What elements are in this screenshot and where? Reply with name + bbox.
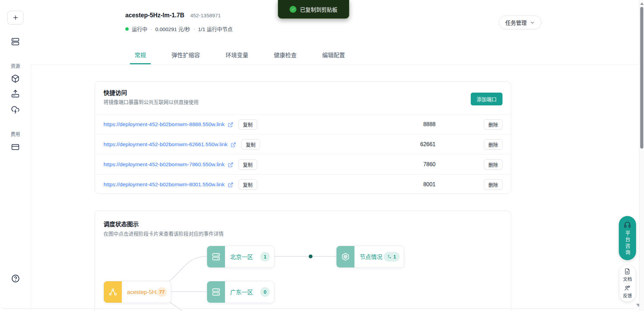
quick-access-card: 快捷访问 将镜像端口暴露到公共互联网以供直接使用 添加端口 https://de… bbox=[95, 81, 511, 194]
running-nodes: 1/1 运行中节点 bbox=[198, 25, 233, 32]
copy-button[interactable]: 复制 bbox=[238, 179, 257, 190]
scrollbar[interactable] bbox=[639, 0, 644, 311]
port-row: https://deployment-452-b02bomwm-8888.550… bbox=[95, 114, 511, 134]
flow-node-badge: 1 bbox=[384, 252, 400, 262]
document-icon bbox=[624, 268, 631, 275]
flow-node-guangdong[interactable]: 广东一区 0 bbox=[207, 281, 274, 303]
status-label: 运行中 bbox=[132, 25, 147, 32]
help-button[interactable] bbox=[11, 274, 20, 283]
new-deployment-button[interactable] bbox=[7, 11, 23, 25]
tab-bar: 常规 弹性扩缩容 环境变量 健康检查 编辑配置 bbox=[31, 45, 639, 65]
port-list: https://deployment-452-b02bomwm-8888.550… bbox=[95, 114, 511, 194]
chevron-down-icon bbox=[530, 20, 535, 25]
tab-autoscaling[interactable]: 弹性扩缩容 bbox=[167, 45, 205, 64]
flow-node-label: acestep-5Hz... bbox=[127, 289, 157, 295]
deployment-link[interactable]: https://deployment-452-b02bomwm-7860.550… bbox=[104, 161, 225, 168]
page-title: acestep-5Hz-lm-1.7B bbox=[125, 12, 184, 19]
schedule-graph-card: 调度状态图示 在图中点击进程阶段卡片来查看该阶段对应的事件详情 acestep-… bbox=[95, 210, 511, 311]
deployment-link[interactable]: https://deployment-452-b02bomwm-62661.55… bbox=[104, 141, 227, 148]
tab-edit-config[interactable]: 编辑配置 bbox=[318, 45, 350, 64]
consult-label: 平台咨询 bbox=[624, 230, 631, 256]
sidebar-item-images[interactable] bbox=[11, 74, 20, 83]
card-title: 调度状态图示 bbox=[104, 219, 139, 228]
tab-env-vars[interactable]: 环境变量 bbox=[221, 45, 253, 64]
flow-node-status[interactable]: 节点情况 1 bbox=[336, 246, 404, 268]
add-port-button[interactable]: 添加端口 bbox=[471, 93, 502, 105]
card-subtitle: 将镜像端口暴露到公共互联网以供直接使用 bbox=[104, 98, 199, 105]
sidebar-item-deployments[interactable] bbox=[11, 37, 20, 46]
port-number: 7860 bbox=[411, 161, 436, 168]
check-circle-icon bbox=[290, 6, 296, 13]
price-per-second: 0.000291 元/秒 bbox=[155, 25, 190, 32]
task-manage-button[interactable]: 任务管理 bbox=[499, 16, 541, 29]
status-line: 运行中 · 0.000291 元/秒 · 1/1 运行中节点 bbox=[125, 25, 233, 32]
platform-consult-button[interactable]: 平台咨询 bbox=[619, 216, 636, 260]
app-window: 资源 费用 bbox=[0, 0, 644, 311]
sidebar-item-billing[interactable] bbox=[11, 142, 20, 151]
network-icon bbox=[104, 281, 122, 303]
port-number: 62661 bbox=[411, 141, 436, 148]
divider bbox=[624, 283, 631, 284]
delete-button[interactable]: 删除 bbox=[484, 139, 502, 150]
help-circle-icon bbox=[11, 274, 20, 283]
upload-icon bbox=[11, 89, 20, 98]
scrollbar-thumb[interactable] bbox=[640, 7, 643, 149]
tab-general[interactable]: 常规 bbox=[130, 45, 151, 64]
flow-node-badge: 1 bbox=[260, 252, 270, 262]
copy-button[interactable]: 复制 bbox=[238, 119, 257, 130]
docs-button[interactable]: 文档 bbox=[623, 268, 632, 282]
headphones-icon bbox=[624, 221, 631, 228]
flow-node-label: 广东一区 bbox=[230, 288, 260, 296]
hexagon-package-icon bbox=[336, 246, 354, 267]
card-title: 快捷访问 bbox=[104, 88, 127, 97]
card-subtitle: 在图中点击进程阶段卡片来查看该阶段对应的事件详情 bbox=[104, 230, 224, 237]
flow-node-badge: 77 bbox=[157, 287, 167, 297]
sidebar-item-upload[interactable] bbox=[11, 89, 20, 98]
toast-copied: 已复制到剪贴板 bbox=[278, 0, 349, 19]
server-stack-icon bbox=[207, 246, 225, 267]
plus-icon bbox=[12, 14, 19, 21]
port-number: 8888 bbox=[411, 121, 436, 128]
server-stack-icon bbox=[11, 37, 20, 46]
scrollbar-up-arrow[interactable] bbox=[640, 2, 644, 5]
sidebar-section-resources: 资源 bbox=[0, 62, 31, 69]
toast-message: 已复制到剪贴板 bbox=[300, 6, 338, 13]
deployment-link[interactable]: https://deployment-452-b02bomwm-8001.550… bbox=[104, 181, 225, 188]
external-link-icon[interactable] bbox=[228, 122, 233, 128]
flow-node-beijing[interactable]: 北京一区 1 bbox=[207, 246, 274, 268]
delete-button[interactable]: 删除 bbox=[484, 119, 502, 130]
package-icon bbox=[11, 74, 20, 83]
helper-widget: 文档 反馈 bbox=[619, 265, 635, 302]
status-dot bbox=[125, 27, 129, 31]
port-row: https://deployment-452-b02bomwm-8001.550… bbox=[95, 174, 511, 194]
port-row: https://deployment-452-b02bomwm-62661.55… bbox=[95, 134, 511, 154]
port-number: 8001 bbox=[411, 181, 436, 188]
external-link-icon[interactable] bbox=[228, 182, 233, 188]
copy-button[interactable]: 复制 bbox=[241, 139, 260, 150]
external-link-icon[interactable] bbox=[228, 162, 233, 168]
sidebar-item-serverless[interactable] bbox=[11, 105, 20, 114]
flow-node-deployment[interactable]: acestep-5Hz... 77 bbox=[104, 281, 171, 303]
flow-node-badge: 0 bbox=[260, 287, 270, 297]
deployment-link[interactable]: https://deployment-452-b02bomwm-8888.550… bbox=[104, 121, 225, 128]
cloud-lightning-icon bbox=[11, 105, 20, 114]
flow-node-label: 节点情况 bbox=[360, 253, 384, 261]
external-link-icon[interactable] bbox=[231, 142, 236, 148]
credit-card-icon bbox=[11, 143, 20, 151]
sidebar-section-billing: 费用 bbox=[0, 130, 31, 137]
port-row: https://deployment-452-b02bomwm-7860.550… bbox=[95, 154, 511, 174]
tab-health-check[interactable]: 健康检查 bbox=[269, 45, 302, 64]
server-stack-icon bbox=[207, 281, 225, 303]
feedback-icon bbox=[624, 285, 631, 291]
flow-node-label: 北京一区 bbox=[230, 253, 260, 261]
delete-button[interactable]: 删除 bbox=[484, 179, 502, 190]
sidebar: 资源 费用 bbox=[0, 0, 31, 309]
deployment-id: 452-1358971 bbox=[190, 12, 221, 18]
copy-button[interactable]: 复制 bbox=[238, 159, 257, 170]
feedback-button[interactable]: 反馈 bbox=[623, 285, 632, 299]
route-icon bbox=[387, 254, 392, 259]
delete-button[interactable]: 删除 bbox=[484, 159, 502, 170]
